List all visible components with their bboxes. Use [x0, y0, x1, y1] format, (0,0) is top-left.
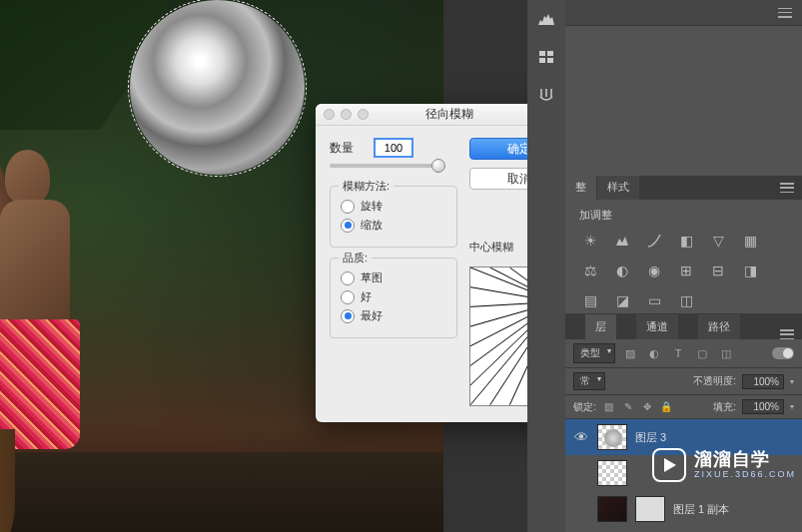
play-logo-icon	[652, 448, 686, 482]
quality-good-radio[interactable]: 好	[341, 289, 446, 304]
radio-icon	[341, 309, 355, 323]
channel-mixer-icon[interactable]: ⊞	[675, 261, 697, 280]
levels-icon[interactable]	[611, 231, 633, 251]
fill-value[interactable]: 100%	[742, 399, 784, 414]
lock-label: 锁定:	[573, 400, 596, 414]
layer-thumbnail[interactable]	[597, 424, 627, 450]
visibility-toggle-icon[interactable]: 👁	[573, 429, 589, 445]
styles-tab[interactable]: 样式	[597, 176, 640, 200]
visibility-toggle-icon[interactable]	[573, 501, 589, 517]
color-balance-icon[interactable]: ⚖	[579, 261, 601, 280]
filter-type-icon[interactable]: T	[669, 345, 687, 361]
panel-header	[565, 0, 802, 26]
posterize-icon[interactable]: ▤	[579, 290, 601, 310]
radio-label: 最好	[361, 308, 383, 323]
layer-item[interactable]: 图层 1 副本	[565, 491, 802, 527]
amount-slider[interactable]	[330, 164, 439, 168]
layers-tab[interactable]: 层	[585, 314, 616, 339]
gradient-map-icon[interactable]: ▭	[643, 290, 665, 310]
radio-label: 好	[361, 289, 372, 304]
svg-rect-27	[547, 58, 553, 63]
opacity-dropdown-icon[interactable]: ▾	[790, 377, 794, 386]
threshold-icon[interactable]: ◪	[611, 290, 633, 310]
color-lookup-icon[interactable]: ⊟	[707, 261, 729, 280]
curves-icon[interactable]	[643, 231, 665, 251]
vibrance-icon[interactable]: ▽	[707, 231, 729, 251]
radio-label: 缩放	[361, 218, 383, 233]
lock-pixels-icon[interactable]: ✎	[621, 400, 635, 414]
radio-label: 旋转	[361, 199, 383, 214]
filter-smart-icon[interactable]: ◫	[717, 345, 735, 361]
panel-menu-icon[interactable]	[778, 8, 792, 18]
svg-rect-25	[547, 51, 553, 56]
filter-pixel-icon[interactable]: ▨	[621, 345, 639, 361]
radio-icon	[341, 271, 355, 285]
filter-adjustment-icon[interactable]: ◐	[645, 345, 663, 361]
opacity-value[interactable]: 100%	[742, 374, 784, 389]
filter-shape-icon[interactable]: ▢	[693, 345, 711, 361]
filter-toggle[interactable]	[772, 347, 794, 359]
person-figure	[0, 150, 90, 489]
svg-rect-26	[539, 58, 545, 63]
visibility-toggle-icon[interactable]	[573, 465, 589, 481]
amount-input[interactable]	[374, 138, 413, 158]
fill-dropdown-icon[interactable]: ▾	[790, 402, 794, 411]
lock-position-icon[interactable]: ✥	[640, 400, 654, 414]
radio-icon	[341, 200, 355, 214]
layer-mask-thumbnail[interactable]	[635, 496, 665, 522]
zoom-dot[interactable]	[358, 109, 369, 120]
fill-label: 填充:	[713, 400, 736, 414]
layers-panel: 层 通道 路径 类型 ▨ ◐ T ▢ ◫ 常 不透明度: 100% ▾ 锁定: …	[565, 313, 802, 527]
histogram-panel-icon[interactable]	[531, 6, 561, 32]
opacity-label: 不透明度:	[693, 374, 736, 388]
quality-group: 品质: 草图 好 最好	[330, 258, 457, 338]
add-adjustment-label: 加调整	[565, 200, 802, 231]
brushes-panel-icon[interactable]	[531, 82, 561, 108]
swatches-panel-icon[interactable]	[531, 44, 561, 70]
panel-menu-icon[interactable]	[780, 183, 794, 193]
radio-icon	[341, 219, 355, 233]
layer-filter-bar: 类型 ▨ ◐ T ▢ ◫	[565, 339, 802, 368]
minimize-dot[interactable]	[341, 109, 352, 120]
collapsed-panel-dock	[527, 0, 565, 532]
marching-ants-selection[interactable]	[128, 0, 307, 177]
radio-icon	[341, 290, 355, 304]
watermark-url: ZIXUE.3D66.COM	[694, 470, 796, 480]
method-legend: 模糊方法:	[339, 179, 394, 194]
hue-saturation-icon[interactable]: ▦	[739, 231, 761, 251]
layer-name[interactable]: 图层 1 副本	[673, 502, 729, 517]
exposure-icon[interactable]: ◧	[675, 231, 697, 251]
layer-name[interactable]: 图层 3	[635, 430, 666, 445]
layer-thumbnail[interactable]	[597, 496, 627, 522]
lock-all-icon[interactable]: 🔒	[659, 400, 673, 414]
channels-tab[interactable]: 通道	[636, 314, 678, 339]
brightness-contrast-icon[interactable]: ☀	[579, 231, 601, 251]
svg-rect-24	[539, 51, 545, 56]
layer-thumbnail[interactable]	[597, 460, 627, 486]
adjustments-tabs: 整 样式	[565, 176, 802, 200]
radio-label: 草图	[361, 270, 383, 285]
watermark: 溜溜自学 ZIXUE.3D66.COM	[652, 448, 796, 482]
quality-best-radio[interactable]: 最好	[341, 308, 446, 323]
adjustments-panel: 加调整 ☀ ◧ ▽ ▦ ⚖ ◐ ◉ ⊞ ⊟ ◨ ▤ ◪ ▭ ◫	[565, 200, 802, 320]
quality-draft-radio[interactable]: 草图	[341, 270, 446, 285]
quality-legend: 品质:	[339, 251, 372, 266]
paths-tab[interactable]: 路径	[698, 314, 740, 339]
method-spin-radio[interactable]: 旋转	[341, 199, 446, 214]
filter-kind-dropdown[interactable]: 类型	[573, 343, 615, 363]
close-dot[interactable]	[324, 109, 335, 120]
lock-transparent-icon[interactable]: ▨	[602, 400, 616, 414]
adjustments-tab[interactable]: 整	[565, 176, 597, 200]
window-controls[interactable]	[324, 109, 369, 120]
amount-label: 数量	[330, 140, 354, 157]
black-white-icon[interactable]: ◐	[611, 261, 633, 280]
invert-icon[interactable]: ◨	[739, 261, 761, 280]
panel-menu-icon[interactable]	[780, 329, 794, 339]
slider-thumb[interactable]	[431, 159, 445, 173]
selective-color-icon[interactable]: ◫	[675, 290, 697, 310]
photo-filter-icon[interactable]: ◉	[643, 261, 665, 280]
blur-method-group: 模糊方法: 旋转 缩放	[330, 186, 457, 248]
blend-mode-dropdown[interactable]: 常	[573, 372, 605, 390]
method-zoom-radio[interactable]: 缩放	[341, 218, 446, 233]
watermark-title: 溜溜自学	[694, 450, 796, 470]
